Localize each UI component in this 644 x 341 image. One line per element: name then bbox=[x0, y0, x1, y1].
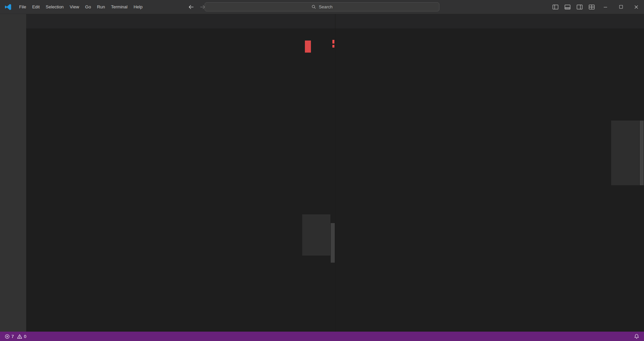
vscode-window: FileEditSelectionViewGoRunTerminalHelp S… bbox=[0, 0, 644, 341]
minimize-button[interactable] bbox=[598, 0, 613, 14]
editor-group-left bbox=[26, 14, 335, 332]
bell-icon bbox=[634, 334, 639, 339]
tab-bar-right bbox=[335, 14, 644, 28]
scrollbar-thumb[interactable] bbox=[640, 121, 644, 185]
minimap-slider[interactable] bbox=[611, 121, 639, 185]
minimap-left[interactable] bbox=[302, 39, 330, 332]
tab-bar-left bbox=[26, 14, 335, 28]
breadcrumb bbox=[335, 28, 644, 39]
toggle-secondary-sidebar-icon[interactable] bbox=[574, 2, 586, 12]
menu-selection[interactable]: Selection bbox=[43, 2, 66, 12]
minimap-slider[interactable] bbox=[302, 214, 330, 256]
status-bar-right bbox=[631, 332, 642, 341]
editor-right bbox=[335, 39, 644, 332]
minimap-right[interactable] bbox=[611, 39, 639, 332]
maximize-button[interactable] bbox=[613, 0, 629, 14]
menu-bar: FileEditSelectionViewGoRunTerminalHelp bbox=[16, 2, 146, 12]
close-window-button[interactable] bbox=[629, 0, 644, 14]
menu-view[interactable]: View bbox=[67, 2, 82, 12]
editor-group-right bbox=[335, 14, 644, 332]
overview-ruler-error-mark bbox=[332, 45, 334, 48]
minimap-error-marker bbox=[305, 41, 311, 53]
notifications-bell[interactable] bbox=[631, 332, 642, 341]
editor-left bbox=[26, 39, 335, 332]
search-label: Search bbox=[319, 4, 332, 9]
error-icon bbox=[5, 334, 10, 339]
vscode-logo-icon bbox=[0, 3, 16, 11]
title-bar: FileEditSelectionViewGoRunTerminalHelp S… bbox=[0, 0, 644, 14]
activity-bar bbox=[0, 14, 26, 332]
scrollbar-left[interactable] bbox=[330, 39, 335, 332]
overview-ruler-error-mark bbox=[332, 40, 334, 44]
status-bar: 7 0 bbox=[0, 332, 644, 341]
warning-count: 0 bbox=[24, 334, 26, 339]
menu-terminal[interactable]: Terminal bbox=[108, 2, 130, 12]
toggle-panel-icon[interactable] bbox=[561, 2, 574, 12]
breadcrumb bbox=[26, 28, 335, 39]
workbench bbox=[0, 14, 644, 332]
search-box[interactable]: Search bbox=[205, 2, 439, 11]
nav-arrows bbox=[188, 0, 206, 14]
menu-file[interactable]: File bbox=[16, 2, 29, 12]
customize-layout-icon[interactable] bbox=[586, 2, 598, 12]
search-icon bbox=[311, 4, 316, 9]
toggle-sidebar-icon[interactable] bbox=[549, 2, 561, 12]
menu-go[interactable]: Go bbox=[82, 2, 94, 12]
menu-help[interactable]: Help bbox=[130, 2, 146, 12]
warning-icon bbox=[17, 334, 22, 339]
scrollbar-right[interactable] bbox=[639, 39, 644, 332]
back-arrow-icon[interactable] bbox=[188, 4, 195, 10]
problems-status[interactable]: 7 0 bbox=[2, 332, 29, 341]
error-count: 7 bbox=[11, 334, 14, 339]
editor-groups bbox=[26, 14, 644, 332]
scrollbar-thumb[interactable] bbox=[331, 223, 335, 263]
title-bar-controls bbox=[549, 0, 644, 14]
menu-edit[interactable]: Edit bbox=[29, 2, 43, 12]
menu-run[interactable]: Run bbox=[94, 2, 108, 12]
